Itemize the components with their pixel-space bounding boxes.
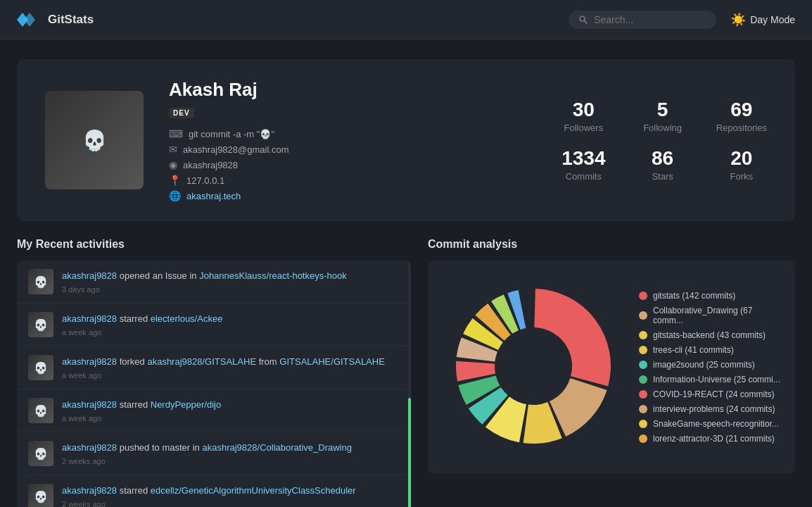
- legend-label: COVID-19-REACT (24 commits): [653, 389, 774, 399]
- dev-badge: DEV: [169, 108, 194, 118]
- legend-label: Information-Universe (25 commi...: [653, 375, 780, 384]
- legend-item: gitstats-backend (43 commits): [639, 330, 781, 340]
- legend-label: gitstats (142 commits): [653, 291, 735, 301]
- legend-item: SnakeGame-speech-recognitior...: [639, 419, 781, 429]
- list-item: 💀akashraj9828 pushed to master in akashr…: [17, 432, 411, 475]
- scrollbar-thumb: [408, 398, 411, 507]
- legend-label: SnakeGame-speech-recognitior...: [653, 419, 779, 429]
- legend-label: lorenz-attractor-3D (21 commits): [653, 434, 775, 444]
- stat-label: Stars: [637, 171, 687, 182]
- avatar-image: 💀: [45, 91, 144, 189]
- legend-label: gitstats-backend (43 commits): [653, 330, 766, 340]
- brand: GitStats: [17, 11, 569, 28]
- profile-info: Akash Raj DEV ⌨ git commit -a -m "💀" ✉ a…: [169, 79, 533, 201]
- search-icon: [578, 15, 588, 25]
- stat-item: 30 Followers: [558, 99, 609, 133]
- scrollbar[interactable]: [408, 261, 411, 507]
- stat-item: 1334 Commits: [558, 147, 609, 182]
- donut-center: [498, 331, 569, 401]
- search-box[interactable]: [569, 11, 716, 29]
- stat-label: Followers: [558, 123, 609, 133]
- gitstats-logo: [17, 11, 42, 28]
- legend-list: gitstats (142 commits) Collaborative_Dra…: [639, 291, 781, 444]
- day-mode-button[interactable]: ☀️ Day Mode: [730, 12, 795, 27]
- legend-item: COVID-19-REACT (24 commits): [639, 389, 781, 399]
- commit-text: git commit -a -m "💀": [189, 129, 274, 139]
- activity-panel: My Recent activities 💀akashraj9828 opene…: [17, 238, 411, 507]
- stat-number: 30: [558, 99, 609, 121]
- username-text: akashraj9828: [183, 160, 238, 170]
- stat-label: Forks: [716, 171, 767, 182]
- legend-item: lorenz-attractor-3D (21 commits): [639, 434, 781, 444]
- activity-time: a week ago: [62, 371, 385, 380]
- legend-label: image2sound (25 commits): [653, 360, 755, 370]
- stat-item: 5 Following: [637, 99, 687, 133]
- stat-label: Following: [637, 123, 687, 133]
- email-text: akashraj9828@gmail.com: [183, 144, 289, 155]
- activity-time: 3 days ago: [62, 285, 347, 294]
- stat-number: 69: [716, 99, 767, 121]
- location-icon: 📍: [169, 175, 181, 186]
- legend-item: Collaborative_Drawing (67 comm...: [639, 306, 781, 325]
- legend-dot: [639, 434, 647, 443]
- username-item: ◉ akashraj9828: [169, 159, 533, 170]
- legend-dot: [639, 361, 647, 369]
- activity-time: 2 weeks ago: [62, 457, 352, 465]
- stat-item: 20 Forks: [716, 147, 767, 182]
- legend-dot: [639, 311, 647, 320]
- list-item: 💀akashraj9828 starred NerdyPepper/dijoa …: [17, 389, 411, 432]
- list-item: 💀akashraj9828 starred electerlous/Ackeea…: [17, 303, 411, 346]
- commit-command: ⌨ git commit -a -m "💀": [169, 128, 533, 139]
- day-mode-label: Day Mode: [750, 14, 795, 25]
- legend-dot: [639, 375, 647, 384]
- activity-avatar: 💀: [28, 312, 53, 337]
- activity-text: akashraj9828 opened an Issue in Johannes…: [62, 269, 347, 283]
- email-item: ✉ akashraj9828@gmail.com: [169, 144, 533, 155]
- legend-item: Information-Universe (25 commi...: [639, 375, 781, 384]
- profile-avatar: 💀: [45, 91, 144, 189]
- donut-chart: [442, 275, 625, 460]
- legend-item: interview-problems (24 commits): [639, 404, 781, 414]
- stat-number: 1334: [558, 147, 609, 170]
- stat-label: Repositories: [716, 123, 767, 133]
- legend-label: Collaborative_Drawing (67 comm...: [653, 306, 781, 325]
- activity-time: a week ago: [62, 328, 222, 337]
- stat-item: 69 Repositories: [716, 99, 767, 133]
- website-link[interactable]: akashraj.tech: [186, 191, 241, 201]
- list-item: 💀akashraj9828 forked akashraj9828/GITSAL…: [17, 346, 411, 389]
- list-item: 💀akashraj9828 opened an Issue in Johanne…: [17, 261, 411, 303]
- commit-title: Commit analysis: [428, 238, 795, 251]
- activity-text: akashraj9828 starred NerdyPepper/dijo: [62, 398, 221, 412]
- stat-number: 86: [637, 147, 687, 170]
- activity-avatar: 💀: [28, 355, 53, 380]
- svg-line-3: [585, 20, 588, 23]
- stat-number: 20: [716, 147, 767, 170]
- legend-dot: [639, 420, 647, 428]
- activity-avatar: 💀: [28, 269, 53, 294]
- navbar-right: ☀️ Day Mode: [569, 11, 795, 29]
- email-icon: ✉: [169, 144, 177, 155]
- legend-label: trees-cli (41 commits): [653, 345, 734, 355]
- legend-item: image2sound (25 commits): [639, 360, 781, 370]
- stat-item: 86 Stars: [637, 147, 687, 182]
- activity-title: My Recent activities: [17, 238, 411, 251]
- sun-icon: ☀️: [730, 12, 746, 27]
- navbar: GitStats ☀️ Day Mode: [0, 0, 812, 39]
- search-input[interactable]: [594, 14, 706, 25]
- activity-list: 💀akashraj9828 opened an Issue in Johanne…: [17, 261, 411, 507]
- activity-text: akashraj9828 starred electerlous/Ackee: [62, 312, 222, 326]
- legend-dot: [639, 390, 647, 399]
- stat-label: Commits: [558, 171, 609, 182]
- commit-chart-area: gitstats (142 commits) Collaborative_Dra…: [428, 261, 795, 474]
- profile-stats: 30 Followers 5 Following 69 Repositories…: [558, 99, 767, 182]
- legend-dot: [639, 331, 647, 339]
- profile-meta: ⌨ git commit -a -m "💀" ✉ akashraj9828@gm…: [169, 128, 533, 201]
- legend-item: trees-cli (41 commits): [639, 345, 781, 355]
- website-item: 🌐 akashraj.tech: [169, 190, 533, 201]
- activity-time: 2 weeks ago: [62, 500, 356, 508]
- github-icon: ◉: [169, 159, 177, 170]
- lower-section: My Recent activities 💀akashraj9828 opene…: [17, 238, 795, 507]
- svg-point-2: [580, 16, 585, 21]
- ip-item: 📍 127.0.0.1: [169, 175, 533, 186]
- profile-name: Akash Raj: [169, 79, 533, 101]
